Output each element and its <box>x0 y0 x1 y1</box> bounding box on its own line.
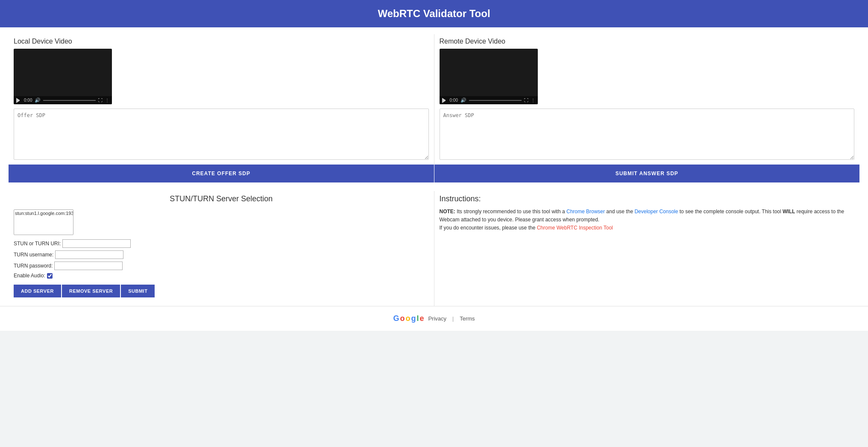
offer-sdp-textarea[interactable] <box>14 109 429 160</box>
dev-console-link[interactable]: Developer Console <box>634 209 678 215</box>
enable-audio-row: Enable Audio: <box>14 273 429 279</box>
remote-more-icon: ⋮ <box>531 98 535 103</box>
turn-username-label: TURN username: <box>14 252 53 258</box>
local-video-panel: Local Device Video 0:00 🔊 ⛶ ⋮ <box>9 34 434 165</box>
turn-username-input[interactable] <box>55 250 123 259</box>
action-buttons: CREATE OFFER SDP SUBMIT ANSWER SDP <box>9 165 859 182</box>
remote-time: 0:00 <box>450 98 458 103</box>
remove-server-button[interactable]: REMOVE SERVER <box>62 285 120 297</box>
g-letter-red: o <box>400 314 405 323</box>
server-list-item: stun:stun1.l.google.com:19302 <box>15 211 72 216</box>
g-letter-blue: G <box>393 314 399 323</box>
chrome-browser-link[interactable]: Chrome Browser <box>566 209 605 215</box>
turn-username-row: TURN username: <box>14 250 429 259</box>
remote-play-icon[interactable] <box>442 98 447 103</box>
footer-separator: | <box>452 316 454 322</box>
submit-answer-button[interactable]: SUBMIT ANSWER SDP <box>434 165 860 182</box>
turn-password-label: TURN password: <box>14 263 53 269</box>
enable-audio-label: Enable Audio: <box>14 273 45 279</box>
g-letter-green: l <box>416 314 419 323</box>
local-progress-bar <box>43 100 96 101</box>
server-list[interactable]: stun:stun1.l.google.com:19302 <box>14 209 73 235</box>
local-more-icon: ⋮ <box>105 98 109 103</box>
note-label: NOTE: <box>440 209 455 215</box>
page-footer: Google Privacy | Terms <box>0 306 868 331</box>
local-fullscreen-icon: ⛶ <box>98 98 103 103</box>
g-letter-blue2: g <box>411 314 416 323</box>
local-video-box: 0:00 🔊 ⛶ ⋮ <box>14 49 112 104</box>
stun-turn-title: STUN/TURN Server Selection <box>14 194 429 203</box>
answer-sdp-textarea[interactable] <box>440 109 855 160</box>
local-volume-icon: 🔊 <box>35 97 41 103</box>
local-video-label: Local Device Video <box>14 38 429 45</box>
google-logo: Google <box>393 314 424 323</box>
note-text3: to see the complete console output. This… <box>678 209 783 215</box>
local-video-controls: 0:00 🔊 ⛶ ⋮ <box>14 96 112 104</box>
top-panels: Local Device Video 0:00 🔊 ⛶ ⋮ Remote Dev… <box>9 34 859 165</box>
server-buttons: ADD SERVER REMOVE SERVER SUBMIT <box>14 285 429 297</box>
bottom-panels: STUN/TURN Server Selection stun:stun1.l.… <box>9 182 859 306</box>
header-title: WebRTC Validator Tool <box>378 8 490 19</box>
remote-video-box: 0:00 🔊 ⛶ ⋮ <box>440 49 538 104</box>
local-play-icon[interactable] <box>16 98 21 103</box>
page-header: WebRTC Validator Tool <box>0 0 868 27</box>
main-content: Local Device Video 0:00 🔊 ⛶ ⋮ Remote Dev… <box>0 27 868 306</box>
stun-uri-input[interactable] <box>62 239 131 248</box>
local-time: 0:00 <box>24 98 32 103</box>
inspection-link[interactable]: Chrome WebRTC Inspection Tool <box>537 225 613 231</box>
will-bold: WILL <box>783 209 795 215</box>
stun-uri-label: STUN or TURN URI: <box>14 241 61 247</box>
submit-button[interactable]: SUBMIT <box>121 285 155 297</box>
remote-progress-bar <box>469 100 522 101</box>
note-text1: Its strongly recommended to use this too… <box>455 209 566 215</box>
terms-link[interactable]: Terms <box>460 315 475 322</box>
instructions-panel: Instructions: NOTE: Its strongly recomme… <box>434 191 860 306</box>
privacy-link[interactable]: Privacy <box>428 315 446 322</box>
g-letter-red2: e <box>419 314 424 323</box>
stun-turn-panel: STUN/TURN Server Selection stun:stun1.l.… <box>9 191 434 306</box>
remote-volume-icon: 🔊 <box>460 97 466 103</box>
turn-password-input[interactable] <box>54 262 123 270</box>
remote-video-controls: 0:00 🔊 ⛶ ⋮ <box>440 96 538 104</box>
stun-uri-row: STUN or TURN URI: <box>14 239 429 248</box>
instructions-title: Instructions: <box>440 194 855 203</box>
remote-video-panel: Remote Device Video 0:00 🔊 ⛶ ⋮ <box>434 34 860 165</box>
note-text2: and use the <box>605 209 634 215</box>
enable-audio-checkbox[interactable] <box>47 273 53 279</box>
remote-video-label: Remote Device Video <box>440 38 855 45</box>
g-letter-yellow: o <box>405 314 410 323</box>
create-offer-button[interactable]: CREATE OFFER SDP <box>9 165 434 182</box>
add-server-button[interactable]: ADD SERVER <box>14 285 61 297</box>
remote-fullscreen-icon: ⛶ <box>524 98 528 103</box>
issues-text: If you do encounter issues, please use t… <box>440 225 537 231</box>
turn-password-row: TURN password: <box>14 262 429 270</box>
instructions-text: NOTE: Its strongly recommended to use th… <box>440 208 855 232</box>
